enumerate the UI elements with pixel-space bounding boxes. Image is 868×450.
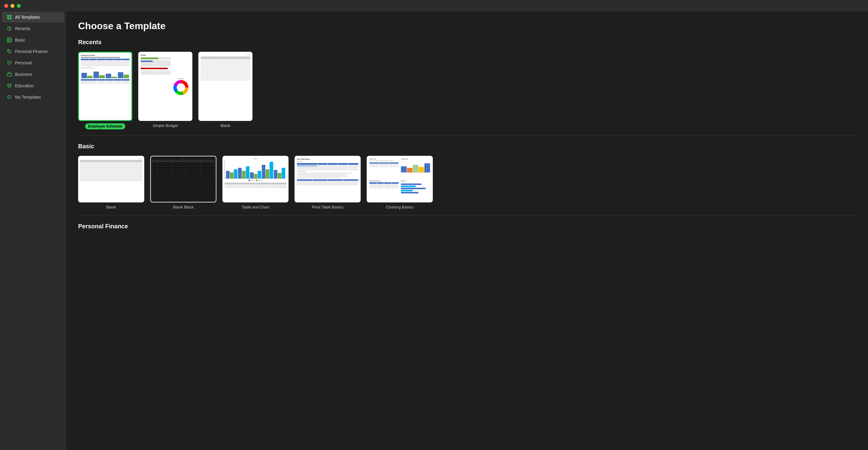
tag-icon [7, 49, 12, 54]
template-thumb-charting-basics: Column Chart Column and bar charts compa… [367, 156, 433, 202]
template-card-blank[interactable]: Table 1 [78, 156, 144, 209]
sidebar-label-personal-finance: Personal Finance [15, 49, 48, 54]
sidebar-item-personal[interactable]: Personal [2, 57, 64, 68]
template-card-blank-recent[interactable]: Table 1 [198, 52, 252, 129]
personal-finance-section: Personal Finance [78, 223, 856, 230]
basic-section-title: Basic [78, 143, 856, 150]
education-icon [7, 83, 12, 88]
svg-point-9 [8, 50, 9, 51]
close-button[interactable] [4, 4, 8, 8]
sidebar-item-business[interactable]: Business [2, 69, 64, 80]
template-label-blank-recent: Blank [221, 123, 230, 128]
sidebar-label-recents: Recents [15, 26, 30, 31]
template-thumb-table-and-chart: Chart 1 [222, 156, 288, 202]
svg-rect-2 [7, 18, 9, 19]
sidebar-item-all-templates[interactable]: All Templates [2, 12, 64, 23]
minimize-button[interactable] [10, 4, 14, 8]
sidebar-item-recents[interactable]: Recents [2, 23, 64, 34]
sidebar: All Templates Recents Basic [0, 0, 66, 450]
sidebar-item-education[interactable]: Education [2, 80, 64, 91]
recents-grid: Employee Schedule [78, 52, 856, 129]
template-label-charting-basics: Charting Basics [386, 205, 413, 209]
template-label-blank: Blank [106, 205, 116, 209]
personal-finance-section-title: Personal Finance [78, 223, 856, 230]
template-card-employee-schedule[interactable]: Employee Schedule [78, 52, 132, 129]
template-thumb-blank-recent: Table 1 [198, 52, 252, 121]
template-thumb-blank-black: Table 1 [150, 156, 216, 202]
sidebar-label-education: Education [15, 83, 34, 88]
svg-rect-5 [7, 38, 11, 42]
heart-icon [7, 60, 12, 65]
clock-icon [7, 26, 12, 31]
sidebar-item-basic[interactable]: Basic [2, 35, 64, 46]
main-content: Choose a Template Recents Employee Sched… [66, 0, 868, 450]
maximize-button[interactable] [17, 4, 21, 8]
template-label-blank-black: Blank Black [173, 205, 193, 209]
template-card-table-and-chart[interactable]: Chart 1 [222, 156, 288, 209]
sidebar-item-personal-finance[interactable]: Personal Finance [2, 46, 64, 57]
titlebar [0, 0, 868, 11]
sidebar-label-basic: Basic [15, 37, 25, 43]
basic-section: Basic Table 1 [78, 143, 856, 209]
template-card-simple-budget[interactable]: Budget [138, 52, 192, 129]
template-thumb-blank: Table 1 [78, 156, 144, 202]
grid-icon [7, 15, 12, 20]
page-title: Choose a Template [78, 21, 856, 32]
svg-rect-3 [10, 18, 11, 19]
basic-grid: Table 1 [78, 156, 856, 209]
template-label-employee-schedule: Employee Schedule [85, 123, 125, 129]
svg-rect-1 [10, 15, 11, 17]
template-thumb-pivot-table-basics: Pivot Table Basics Sales Price [294, 156, 361, 202]
svg-rect-10 [7, 74, 11, 76]
sidebar-label-personal: Personal [15, 60, 32, 65]
template-card-pivot-table-basics[interactable]: Pivot Table Basics Sales Price [294, 156, 361, 209]
template-label-pivot-table-basics: Pivot Table Basics [312, 205, 343, 209]
template-card-charting-basics[interactable]: Column Chart Column and bar charts compa… [367, 156, 433, 209]
svg-rect-0 [7, 15, 9, 17]
template-label-table-and-chart: Table and Chart [242, 205, 269, 209]
template-thumb-employee-schedule: Employee Schedule [78, 52, 132, 121]
table-icon [7, 37, 12, 43]
recents-section: Recents Employee Schedule [78, 39, 856, 129]
sidebar-label-business: Business [15, 72, 32, 77]
briefcase-icon [7, 72, 12, 77]
recents-section-title: Recents [78, 39, 856, 46]
sidebar-label-my-templates: My Templates [15, 95, 41, 100]
template-label-simple-budget: Simple Budget [153, 123, 178, 128]
my-templates-icon [7, 94, 12, 100]
template-thumb-simple-budget: Budget [138, 52, 192, 121]
sidebar-label-all-templates: All Templates [15, 15, 40, 20]
svg-marker-11 [7, 84, 11, 86]
sidebar-item-my-templates[interactable]: My Templates [2, 92, 64, 103]
template-card-blank-black[interactable]: Table 1 [150, 156, 216, 209]
